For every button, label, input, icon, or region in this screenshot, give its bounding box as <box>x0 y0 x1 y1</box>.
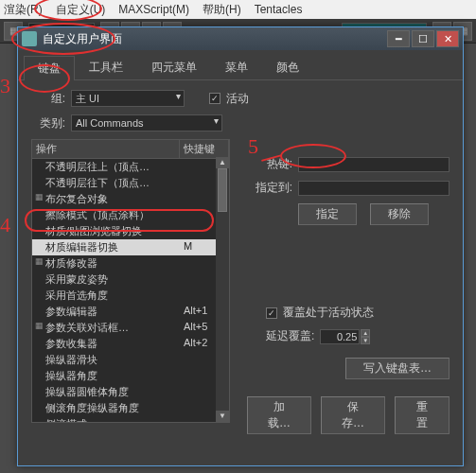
list-header: 操作 快捷键 <box>32 140 229 159</box>
scrollbar[interactable]: ▲ ▼ <box>216 157 229 422</box>
assign-button[interactable]: 指定 <box>298 203 357 225</box>
item-name: 不透明层往下（顶点… <box>45 176 184 190</box>
item-icon <box>32 176 45 190</box>
item-icon <box>32 369 45 383</box>
window-title: 自定义用户界面 <box>43 31 385 47</box>
item-icon <box>32 337 45 351</box>
app-icon <box>22 31 37 46</box>
menu-customize[interactable]: 自定义(U) <box>56 2 106 18</box>
delay-spinner[interactable]: ▲▼ <box>320 329 370 344</box>
list-item[interactable]: 操纵器角度 <box>32 368 229 384</box>
menu-maxscript[interactable]: MAXScript(M) <box>118 3 189 16</box>
list-item[interactable]: 擦除模式（顶点涂料） <box>32 207 229 223</box>
item-icon <box>32 353 45 367</box>
override-checkbox[interactable] <box>266 307 277 319</box>
item-name: 操纵器角度 <box>45 369 184 383</box>
spin-up-icon[interactable]: ▲ <box>361 329 370 337</box>
titlebar[interactable]: 自定义用户界面 ━ ☐ ✕ <box>18 27 463 50</box>
active-label: 活动 <box>226 91 249 107</box>
minimize-button[interactable]: ━ <box>387 30 410 47</box>
assigned-label: 指定到: <box>247 180 292 196</box>
item-icon <box>32 289 45 303</box>
assigned-input[interactable] <box>298 181 450 196</box>
item-icon <box>32 272 45 287</box>
tab-quadmenu[interactable]: 四元菜单 <box>137 55 211 79</box>
list-item[interactable]: 操纵器滑块 <box>32 352 229 368</box>
item-name: 操纵器滑块 <box>45 353 184 367</box>
col-operation[interactable]: 操作 <box>32 140 180 158</box>
remove-button[interactable]: 移除 <box>370 203 429 225</box>
item-icon <box>32 305 45 319</box>
item-name: 材质/贴图浏览器切换 <box>45 224 184 238</box>
reset-button[interactable]: 重置 <box>395 396 450 434</box>
item-name: 参数关联对话框… <box>45 321 184 335</box>
item-name: 参数收集器 <box>45 337 184 351</box>
item-name: 不透明层往上（顶点… <box>45 160 184 174</box>
annotation-3: 3 <box>0 74 10 98</box>
tabs: 键盘 工具栏 四元菜单 菜单 颜色 <box>18 54 463 80</box>
list-item[interactable]: ▦材质修改器 <box>32 255 229 272</box>
override-label: 覆盖处于活动状态 <box>283 305 374 321</box>
hotkey-label: 热键: <box>247 156 292 172</box>
scroll-thumb[interactable] <box>218 168 227 212</box>
tab-menu[interactable]: 菜单 <box>211 55 262 79</box>
load-button[interactable]: 加载… <box>247 396 311 434</box>
active-checkbox[interactable] <box>209 93 220 104</box>
save-button[interactable]: 保存… <box>321 396 385 434</box>
scroll-down-icon[interactable]: ▼ <box>216 411 229 422</box>
item-name: 采用首选角度 <box>45 289 184 303</box>
delay-input[interactable] <box>320 329 360 344</box>
customize-ui-window: 自定义用户界面 ━ ☐ ✕ 键盘 工具栏 四元菜单 菜单 颜色 组: 主 UI … <box>17 26 464 466</box>
list-item[interactable]: ▦参数关联对话框…Alt+5 <box>32 320 229 336</box>
list-item[interactable]: 参数收集器Alt+2 <box>32 336 229 352</box>
item-name: 布尔复合对象 <box>45 192 184 206</box>
item-icon <box>32 385 45 399</box>
list-item[interactable]: 不透明层往下（顶点… <box>32 175 229 191</box>
list-item[interactable]: 参数编辑器Alt+1 <box>32 304 229 320</box>
item-name: 操纵器圆锥体角度 <box>45 385 184 399</box>
item-icon: ▦ <box>32 192 45 206</box>
main-menubar: 渲染(R) 自定义(U) MAXScript(M) 帮助(H) Tentacle… <box>0 0 476 19</box>
delay-label: 延迟覆盖: <box>266 328 314 344</box>
scroll-up-icon[interactable]: ▲ <box>216 157 229 168</box>
menu-render[interactable]: 渲染(R) <box>4 2 43 18</box>
list-item[interactable]: 不透明层往上（顶点… <box>32 159 229 175</box>
col-hotkey[interactable]: 快捷键 <box>180 140 229 158</box>
hotkey-input[interactable] <box>298 157 450 172</box>
list-item[interactable]: 操纵器圆锥体角度 <box>32 384 229 400</box>
close-button[interactable]: ✕ <box>436 30 459 47</box>
list-item[interactable]: 材质编辑器切换M <box>32 239 229 255</box>
item-name: 侧滚角度操纵器角度 <box>45 401 184 415</box>
item-icon <box>32 240 45 254</box>
list-item[interactable]: 采用蒙皮姿势 <box>32 272 229 288</box>
item-name: 采用蒙皮姿势 <box>45 272 184 287</box>
item-icon <box>32 160 45 174</box>
item-name: 材质修改器 <box>45 256 184 271</box>
tab-toolbar[interactable]: 工具栏 <box>75 55 137 79</box>
tab-color[interactable]: 颜色 <box>262 55 313 79</box>
menu-help[interactable]: 帮助(H) <box>203 2 241 18</box>
list-item[interactable]: ▦布尔复合对象 <box>32 191 229 207</box>
list-item[interactable]: 材质/贴图浏览器切换 <box>32 223 229 239</box>
item-icon: ▦ <box>32 256 45 271</box>
group-select[interactable]: 主 UI <box>71 90 185 107</box>
write-keyboard-button[interactable]: 写入键盘表… <box>345 358 450 379</box>
item-name: 参数编辑器 <box>45 305 184 319</box>
list-item[interactable]: 侧滚角度操纵器角度 <box>32 400 229 416</box>
list-item[interactable]: 侧滚模式 <box>32 416 229 423</box>
item-icon <box>32 224 45 238</box>
item-icon <box>32 417 45 423</box>
group-label: 组: <box>31 91 65 107</box>
spin-down-icon[interactable]: ▼ <box>361 337 370 344</box>
category-label: 类别: <box>31 115 65 131</box>
item-name: 材质编辑器切换 <box>45 240 184 254</box>
tab-keyboard[interactable]: 键盘 <box>24 56 75 80</box>
category-select[interactable]: All Commands <box>71 114 222 131</box>
action-listbox[interactable]: 操作 快捷键 不透明层往上（顶点…不透明层往下（顶点…▦布尔复合对象擦除模式（顶… <box>31 139 230 423</box>
list-item[interactable]: 采用首选角度 <box>32 288 229 304</box>
menu-tentacles[interactable]: Tentacles <box>255 3 303 16</box>
annotation-4: 4 <box>0 213 10 237</box>
item-name: 侧滚模式 <box>45 417 184 423</box>
maximize-button[interactable]: ☐ <box>412 30 434 47</box>
item-name: 擦除模式（顶点涂料） <box>45 208 184 222</box>
